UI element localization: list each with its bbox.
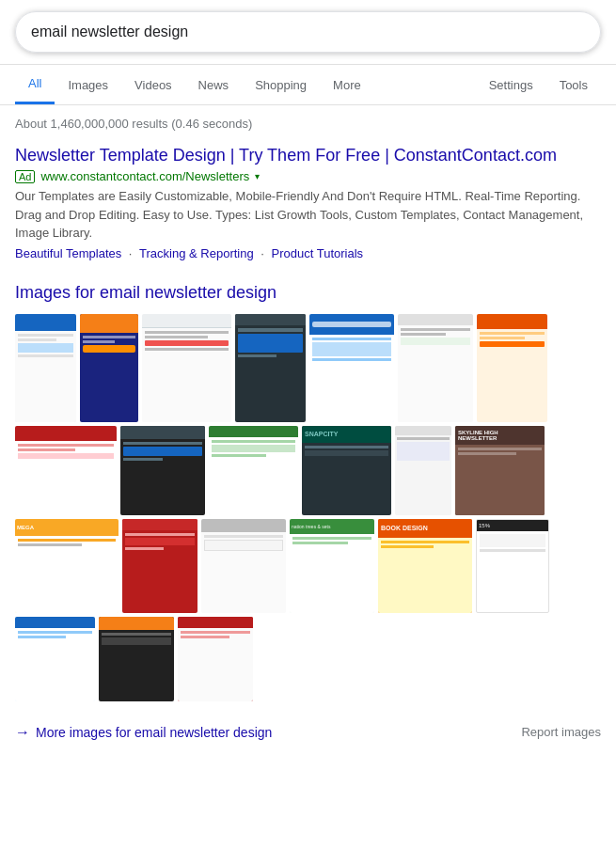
search-bar-container: email newsletter design bbox=[0, 0, 616, 65]
thumbnail-2-2[interactable] bbox=[120, 426, 205, 515]
report-images-link[interactable]: Report images bbox=[521, 725, 601, 739]
more-images-text: More images for email newsletter design bbox=[36, 725, 272, 740]
tab-images[interactable]: Images bbox=[55, 67, 121, 103]
sitelink-separator-2: · bbox=[258, 246, 268, 260]
sitelink-beautiful-templates[interactable]: Beautiful Templates bbox=[15, 246, 121, 260]
search-bar[interactable]: email newsletter design bbox=[15, 11, 601, 53]
thumbnail-1-4[interactable] bbox=[235, 314, 306, 422]
thumbnail-2-6[interactable]: SKYLINE HIGHNEWSLETTER bbox=[455, 426, 545, 515]
image-row-4 bbox=[15, 617, 601, 701]
tab-news[interactable]: News bbox=[185, 67, 243, 103]
thumbnail-1-1[interactable] bbox=[15, 314, 76, 422]
tab-videos[interactable]: Videos bbox=[121, 67, 185, 103]
tab-more[interactable]: More bbox=[320, 67, 374, 103]
search-query-text: email newsletter design bbox=[31, 24, 574, 40]
thumbnail-2-3[interactable] bbox=[209, 426, 298, 515]
images-section: Images for email newsletter design bbox=[0, 275, 616, 709]
nav-tabs: All Images Videos News Shopping More Set… bbox=[0, 65, 616, 105]
thumbnail-1-7[interactable] bbox=[477, 314, 547, 422]
tab-tools[interactable]: Tools bbox=[546, 67, 601, 103]
sitelink-product-tutorials[interactable]: Product Tutorials bbox=[272, 246, 364, 260]
thumbnail-3-2[interactable] bbox=[122, 519, 197, 613]
thumbnail-1-2[interactable] bbox=[80, 314, 138, 422]
thumbnail-2-5[interactable] bbox=[395, 426, 451, 515]
image-row-1 bbox=[15, 314, 601, 422]
thumbnail-3-3[interactable] bbox=[201, 519, 286, 613]
image-row-3: MEGA nation trees & sets bbox=[15, 519, 601, 613]
thumbnail-3-6[interactable]: 15% bbox=[476, 519, 549, 613]
thumbnail-3-1[interactable]: MEGA bbox=[15, 519, 118, 613]
images-section-title[interactable]: Images for email newsletter design bbox=[15, 283, 601, 303]
search-icons bbox=[574, 24, 585, 40]
ad-badge: Ad bbox=[15, 170, 35, 183]
image-row-2: SNAPCITY SKYLINE HIGHNEWSLETTER bbox=[15, 426, 601, 515]
ad-url: www.constantcontact.com/Newsletters bbox=[40, 169, 249, 183]
tab-shopping[interactable]: Shopping bbox=[242, 67, 320, 103]
ad-sitelinks: Beautiful Templates · Tracking & Reporti… bbox=[15, 246, 601, 260]
thumbnail-1-3[interactable] bbox=[142, 314, 231, 422]
thumbnail-3-4[interactable]: nation trees & sets bbox=[290, 519, 374, 613]
more-images-link[interactable]: → More images for email newsletter desig… bbox=[15, 724, 272, 741]
ad-description: Our Templates are Easily Customizable, M… bbox=[15, 187, 601, 243]
tab-settings[interactable]: Settings bbox=[476, 67, 546, 103]
ad-dropdown-arrow[interactable]: ▾ bbox=[255, 171, 260, 181]
more-images-row: → More images for email newsletter desig… bbox=[0, 709, 616, 748]
thumbnail-1-6[interactable] bbox=[398, 314, 473, 422]
results-count: About 1,460,000,000 results (0.46 second… bbox=[0, 109, 616, 138]
sitelink-tracking-reporting[interactable]: Tracking & Reporting bbox=[139, 246, 254, 260]
thumbnail-4-3[interactable] bbox=[178, 617, 253, 701]
thumbnail-2-4[interactable]: SNAPCITY bbox=[302, 426, 391, 515]
sitelink-separator-1: · bbox=[125, 246, 135, 260]
ad-url-row: Ad www.constantcontact.com/Newsletters ▾ bbox=[15, 169, 601, 183]
thumbnail-4-1[interactable] bbox=[15, 617, 95, 701]
thumbnail-2-1[interactable] bbox=[15, 426, 117, 515]
ad-result: Newsletter Template Design | Try Them Fo… bbox=[0, 138, 616, 275]
image-grid: SNAPCITY SKYLINE HIGHNEWSLETTER bbox=[15, 314, 601, 701]
arrow-right-icon: → bbox=[15, 724, 30, 741]
thumbnail-4-2[interactable] bbox=[99, 617, 174, 701]
ad-title-link[interactable]: Newsletter Template Design | Try Them Fo… bbox=[15, 146, 601, 165]
thumbnail-1-5[interactable] bbox=[309, 314, 394, 422]
thumbnail-3-5[interactable]: BOOK DESIGN bbox=[378, 519, 472, 613]
tab-all[interactable]: All bbox=[15, 65, 55, 104]
